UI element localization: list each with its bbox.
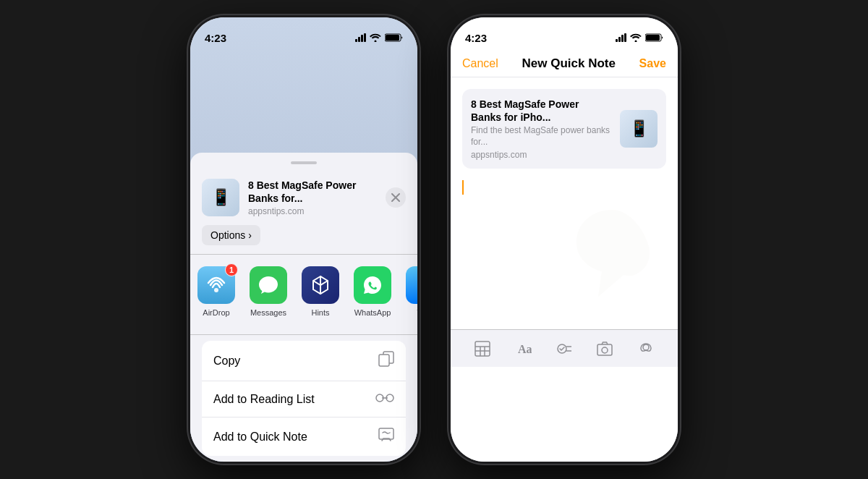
toolbar-camera-button[interactable] <box>590 334 619 363</box>
airdrop-icon: 1 <box>197 266 235 304</box>
link-preview-card: 8 Best MagSafe Power Banks for iPho... F… <box>462 89 666 169</box>
copy-action[interactable]: Copy <box>202 341 406 381</box>
link-preview-description: Find the best MagSafe power banks for... <box>471 125 611 148</box>
svg-rect-11 <box>475 342 490 356</box>
whatsapp-label: WhatsApp <box>354 308 391 317</box>
svg-rect-10 <box>646 35 660 41</box>
signal-icon <box>355 33 366 42</box>
share-sheet: 📱 8 Best MagSafe Power Banks for... apps… <box>190 153 417 462</box>
status-icons-1 <box>355 33 403 42</box>
quick-note-body: 8 Best MagSafe Power Banks for iPho... F… <box>451 77 678 367</box>
status-bar-1: 4:23 <box>190 17 417 49</box>
copy-label: Copy <box>213 355 240 368</box>
messages-label: Messages <box>250 308 286 317</box>
partial-app-icon: Te <box>406 266 417 304</box>
quick-note-action[interactable]: Add to Quick Note <box>202 417 406 456</box>
airdrop-badge: 1 <box>225 263 238 276</box>
hints-icon <box>302 266 339 304</box>
app-whatsapp[interactable]: WhatsApp <box>346 260 399 323</box>
quick-note-label: Add to Quick Note <box>213 431 307 444</box>
toolbar-format-button[interactable]: Aa <box>509 334 538 363</box>
svg-point-21 <box>602 347 608 353</box>
share-thumbnail: 📱 <box>202 179 239 216</box>
share-title: 8 Best MagSafe Power Banks for... <box>248 179 377 205</box>
time-1: 4:23 <box>205 32 226 44</box>
quick-note-toolbar: Aa <box>451 329 678 367</box>
link-preview-image: 📱 <box>620 110 658 148</box>
share-actions: Copy Add to Reading List <box>202 341 406 456</box>
svg-rect-8 <box>379 428 393 439</box>
reading-list-icon <box>375 391 394 407</box>
link-preview-domain: appsntips.com <box>471 150 611 160</box>
app-hints[interactable]: Hints <box>294 260 346 323</box>
svg-point-2 <box>214 288 218 292</box>
airdrop-label: AirDrop <box>203 308 229 317</box>
svg-rect-4 <box>379 355 389 366</box>
status-bar-2: 4:23 <box>451 17 678 49</box>
save-button[interactable]: Save <box>639 57 666 70</box>
messages-icon <box>250 266 287 304</box>
time-2: 4:23 <box>465 32 487 44</box>
toolbar-location-button[interactable] <box>631 334 660 363</box>
notes-watermark <box>562 203 663 323</box>
svg-text:Aa: Aa <box>518 343 532 355</box>
hints-label: Hints <box>311 308 329 317</box>
toolbar-checklist-button[interactable] <box>550 334 579 363</box>
options-button[interactable]: Options › <box>202 225 260 245</box>
svg-rect-1 <box>386 35 399 41</box>
app-airdrop[interactable]: 1 AirDrop <box>190 260 242 323</box>
share-close-button[interactable] <box>386 187 406 208</box>
battery-icon <box>385 33 403 42</box>
whatsapp-icon <box>354 266 391 304</box>
wifi-icon-2 <box>630 33 642 42</box>
share-handle <box>291 161 317 164</box>
share-title-block: 8 Best MagSafe Power Banks for... appsnt… <box>248 179 377 216</box>
signal-icon-2 <box>616 33 626 42</box>
text-cursor <box>462 180 464 195</box>
copy-icon <box>378 351 394 370</box>
cancel-button[interactable]: Cancel <box>462 57 498 70</box>
link-preview-card-title: 8 Best MagSafe Power Banks for iPho... <box>471 98 611 124</box>
reading-list-label: Add to Reading List <box>213 393 315 406</box>
quick-note-header: Cancel New Quick Note Save <box>451 49 678 77</box>
phone-1: 4:23 <box>188 15 420 464</box>
battery-icon-2 <box>645 33 663 42</box>
share-domain: appsntips.com <box>248 206 377 216</box>
app-partial[interactable]: Te Te... <box>399 260 417 323</box>
options-label: Options <box>210 229 245 241</box>
share-apps-row: 1 AirDrop Messages <box>190 254 417 335</box>
link-preview-text: 8 Best MagSafe Power Banks for iPho... F… <box>471 98 611 160</box>
toolbar-table-button[interactable] <box>468 334 497 363</box>
reading-list-action[interactable]: Add to Reading List <box>202 381 406 417</box>
app-messages[interactable]: Messages <box>242 260 294 323</box>
quick-note-title: New Quick Note <box>522 56 616 71</box>
phone-2: 4:23 <box>448 15 680 464</box>
share-header: 📱 8 Best MagSafe Power Banks for... apps… <box>190 173 417 225</box>
wifi-icon <box>370 33 381 42</box>
status-icons-2 <box>616 33 663 42</box>
quick-note-icon <box>378 428 394 446</box>
svg-point-22 <box>643 344 649 350</box>
chevron-right-icon: › <box>248 229 252 241</box>
